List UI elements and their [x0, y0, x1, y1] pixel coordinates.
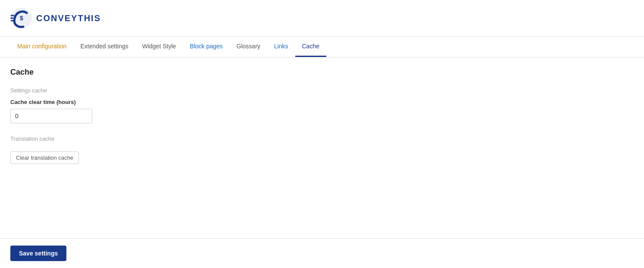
cache-clear-time-input[interactable]: [10, 109, 92, 123]
tab-cache[interactable]: Cache: [295, 37, 326, 57]
conveythis-logo-icon: $: [10, 7, 33, 29]
tab-links[interactable]: Links: [267, 37, 295, 57]
cache-clear-time-label: Cache clear time (hours): [10, 99, 634, 105]
translation-cache-label: Translation cache: [10, 136, 634, 142]
brand-name: CONVEYTHIS: [36, 13, 101, 23]
tab-extended-settings[interactable]: Extended settings: [73, 37, 135, 57]
logo-container: $ CONVEYTHIS: [10, 7, 101, 29]
settings-cache-section: Settings cache Cache clear time (hours): [10, 87, 634, 123]
nav-tabs: Main configuration Extended settings Wid…: [0, 37, 644, 57]
main-content: Cache Settings cache Cache clear time (h…: [0, 57, 644, 238]
tab-widget-style[interactable]: Widget Style: [135, 37, 183, 57]
header: $ CONVEYTHIS: [0, 0, 644, 37]
tab-main-configuration[interactable]: Main configuration: [10, 37, 73, 57]
clear-translation-cache-button[interactable]: Clear translation cache: [10, 151, 79, 164]
save-settings-button[interactable]: Save settings: [10, 246, 66, 261]
tab-glossary[interactable]: Glossary: [230, 37, 267, 57]
tab-block-pages[interactable]: Block pages: [183, 37, 229, 57]
translation-cache-section: Translation cache Clear translation cach…: [10, 136, 634, 164]
svg-text:$: $: [20, 15, 23, 22]
settings-cache-label: Settings cache: [10, 87, 634, 94]
footer: Save settings: [0, 238, 644, 268]
page-title: Cache: [10, 68, 634, 77]
app-wrapper: $ CONVEYTHIS Main configuration Extended…: [0, 0, 644, 268]
